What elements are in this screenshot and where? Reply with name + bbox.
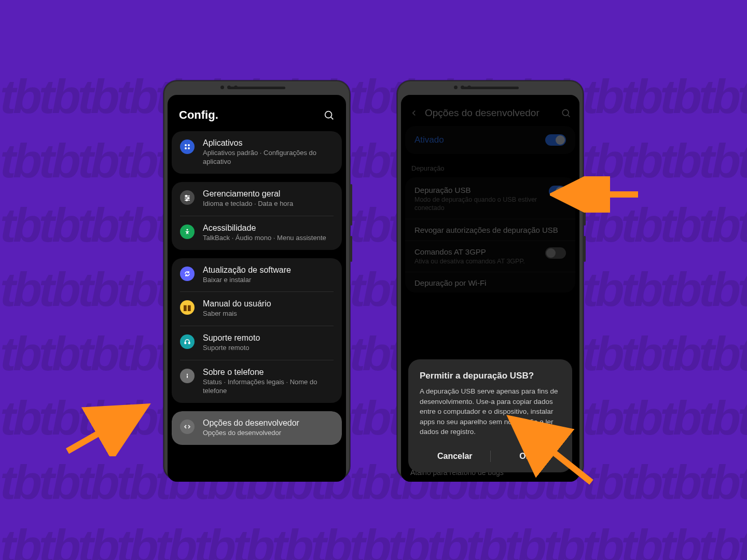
row-title: Acessibilidade (203, 223, 326, 233)
accessibility-icon (180, 225, 195, 239)
row-subtitle: Baixar e instalar (203, 276, 291, 285)
row-subtitle: Aplicativos padrão · Configurações do ap… (203, 149, 334, 166)
settings-sliders-icon (180, 190, 195, 205)
settings-group-dev: Opções do desenvolvedor Opções do desenv… (172, 411, 342, 445)
row-subtitle: Opções do desenvolvedor (203, 429, 299, 438)
row-title: Atualização de software (203, 265, 291, 275)
svg-rect-14 (189, 342, 190, 344)
headset-icon (180, 334, 195, 349)
settings-row-manual-usuario[interactable]: ▮▮ Manual do usuário Saber mais (172, 292, 342, 326)
dialog-ok-button[interactable]: OK (491, 444, 561, 468)
svg-point-12 (186, 229, 188, 230)
settings-group-general: Gerenciamento geral Idioma e teclado · D… (172, 182, 342, 250)
settings-group-about: Atualização de software Baixar e instala… (172, 258, 342, 403)
svg-point-11 (186, 199, 188, 201)
svg-rect-16 (187, 375, 188, 378)
row-subtitle: Status · Informações legais · Nome do te… (203, 378, 334, 396)
row-subtitle: TalkBack · Áudio mono · Menu assistente (203, 234, 326, 243)
usb-debug-dialog: Permitir a depuração USB? A depuração US… (408, 359, 572, 472)
phone-right: Opções do desenvolvedor Ativado Depuraçã… (397, 80, 584, 480)
svg-rect-13 (185, 342, 186, 344)
svg-point-15 (187, 374, 188, 375)
book-icon: ▮▮ (180, 300, 195, 315)
settings-row-acessibilidade[interactable]: Acessibilidade TalkBack · Áudio mono · M… (172, 216, 342, 250)
row-title: Manual do usuário (203, 299, 271, 309)
search-icon[interactable] (323, 109, 335, 121)
svg-line-1 (331, 117, 333, 119)
row-subtitle: Idioma e teclado · Data e hora (203, 200, 293, 208)
row-subtitle: Saber mais (203, 310, 271, 318)
row-title: Aplicativos (203, 138, 334, 148)
row-title: Gerenciamento geral (203, 189, 293, 199)
dialog-body: A depuração USB serve apenas para fins d… (420, 386, 561, 437)
svg-point-5 (188, 147, 190, 149)
svg-point-10 (188, 197, 189, 199)
svg-point-9 (186, 195, 187, 197)
info-icon (180, 369, 195, 383)
settings-row-atualizacao-software[interactable]: Atualização de software Baixar e instala… (172, 258, 342, 292)
settings-row-gerenciamento-geral[interactable]: Gerenciamento geral Idioma e teclado · D… (172, 182, 342, 216)
settings-row-suporte-remoto[interactable]: Suporte remoto Suporte remoto (172, 326, 342, 360)
row-title: Suporte remoto (203, 333, 260, 343)
row-title: Sobre o telefone (203, 368, 334, 377)
svg-point-0 (325, 111, 332, 118)
dialog-cancel-button[interactable]: Cancelar (420, 444, 490, 468)
apps-icon (180, 139, 195, 154)
settings-row-aplicativos[interactable]: Aplicativos Aplicativos padrão · Configu… (172, 131, 342, 174)
phone-left: Config. Aplicativos Aplicativos padrão ·… (163, 80, 350, 480)
settings-group-apps: Aplicativos Aplicativos padrão · Configu… (172, 131, 342, 174)
svg-point-3 (188, 144, 190, 146)
row-title: Opções do desenvolvedor (203, 418, 299, 428)
settings-row-sobre-telefone[interactable]: Sobre o telefone Status · Informações le… (172, 360, 342, 403)
update-icon (180, 267, 195, 281)
svg-point-2 (185, 144, 187, 146)
dialog-title: Permitir a depuração USB? (420, 371, 561, 381)
settings-row-opcoes-desenvolvedor[interactable]: Opções do desenvolvedor Opções do desenv… (172, 411, 342, 445)
developer-icon (180, 419, 195, 434)
page-title: Config. (179, 108, 218, 122)
svg-point-4 (185, 147, 187, 149)
row-subtitle: Suporte remoto (203, 344, 260, 353)
